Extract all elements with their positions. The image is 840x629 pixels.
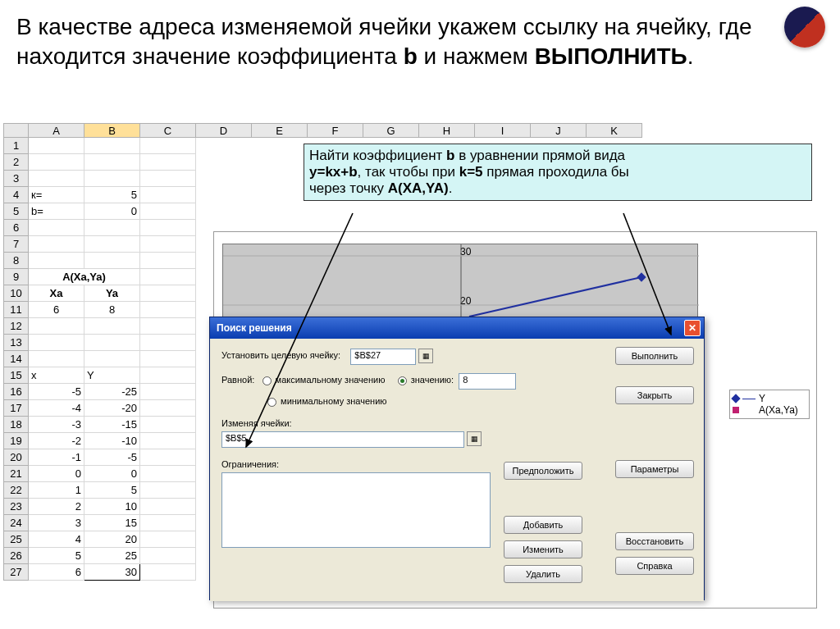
row-header[interactable]: 27 bbox=[4, 564, 29, 581]
help-button[interactable]: Справка bbox=[615, 557, 694, 575]
cell-A17[interactable]: -4 bbox=[29, 400, 84, 417]
row-header[interactable]: 7 bbox=[4, 236, 29, 253]
cell-B4[interactable]: 5 bbox=[84, 187, 140, 203]
cell-B27[interactable]: 30 bbox=[84, 564, 140, 581]
row-header[interactable]: 8 bbox=[4, 253, 29, 269]
col-header-A[interactable]: A bbox=[29, 124, 84, 138]
ref-picker-icon[interactable]: ▦ bbox=[467, 431, 482, 446]
opt-max-label[interactable]: максимальному значению bbox=[276, 375, 386, 385]
row-header[interactable]: 16 bbox=[4, 384, 29, 400]
row-header[interactable]: 3 bbox=[4, 171, 29, 187]
col-header-G[interactable]: G bbox=[363, 124, 419, 138]
value-input[interactable]: 8 bbox=[459, 373, 516, 390]
select-all-cell[interactable] bbox=[4, 124, 29, 138]
row-header[interactable]: 26 bbox=[4, 548, 29, 564]
row-header[interactable]: 20 bbox=[4, 449, 29, 466]
cell-A16[interactable]: -5 bbox=[29, 384, 84, 400]
cell-A24[interactable]: 3 bbox=[29, 515, 84, 531]
cell-A19[interactable]: -2 bbox=[29, 433, 84, 449]
row-header[interactable]: 25 bbox=[4, 531, 29, 548]
row-header[interactable]: 10 bbox=[4, 285, 29, 302]
radio-value[interactable] bbox=[398, 376, 407, 385]
cell-B16[interactable]: -25 bbox=[84, 384, 140, 400]
col-header-F[interactable]: F bbox=[308, 124, 363, 138]
opt-val-label[interactable]: значению: bbox=[411, 375, 454, 385]
cell-B11[interactable]: 8 bbox=[84, 302, 140, 318]
cell-B20[interactable]: -5 bbox=[84, 449, 140, 466]
cell-B22[interactable]: 5 bbox=[84, 482, 140, 499]
cell-B18[interactable]: -15 bbox=[84, 417, 140, 433]
row-header[interactable]: 9 bbox=[4, 269, 29, 285]
dialog-titlebar[interactable]: Поиск решения ✕ bbox=[210, 317, 704, 339]
label-target-cell: Установить целевую ячейку: bbox=[221, 350, 340, 360]
parameters-button[interactable]: Параметры bbox=[615, 460, 694, 478]
cell[interactable] bbox=[84, 138, 140, 154]
cell-B24[interactable]: 15 bbox=[84, 515, 140, 531]
cell-A21[interactable]: 0 bbox=[29, 466, 84, 482]
cell-B26[interactable]: 25 bbox=[84, 548, 140, 564]
row-header[interactable]: 1 bbox=[4, 138, 29, 154]
close-button[interactable]: ✕ bbox=[684, 320, 701, 336]
cell-A4[interactable]: к= bbox=[29, 187, 84, 203]
col-header-J[interactable]: J bbox=[531, 124, 587, 138]
cell-B15[interactable]: Y bbox=[84, 367, 140, 384]
row-header[interactable]: 21 bbox=[4, 466, 29, 482]
col-header-H[interactable]: H bbox=[419, 124, 475, 138]
col-header-B[interactable]: B bbox=[84, 124, 140, 138]
cell-B21[interactable]: 0 bbox=[84, 466, 140, 482]
cell[interactable] bbox=[29, 138, 84, 154]
restore-button[interactable]: Восстановить bbox=[615, 532, 694, 550]
cell-B17[interactable]: -20 bbox=[84, 400, 140, 417]
row-header[interactable]: 18 bbox=[4, 417, 29, 433]
col-header-D[interactable]: D bbox=[196, 124, 252, 138]
cell-A25[interactable]: 4 bbox=[29, 531, 84, 548]
opt-min-label[interactable]: минимальному значению bbox=[281, 396, 387, 406]
row-header[interactable]: 23 bbox=[4, 499, 29, 515]
cell-A5[interactable]: b= bbox=[29, 203, 84, 220]
cell-B19[interactable]: -10 bbox=[84, 433, 140, 449]
close-dialog-button[interactable]: Закрыть bbox=[615, 386, 694, 404]
row-header[interactable]: 11 bbox=[4, 302, 29, 318]
target-cell-input[interactable]: $B$27 bbox=[350, 349, 416, 365]
cell-A15[interactable]: x bbox=[29, 367, 84, 384]
radio-min[interactable] bbox=[267, 398, 276, 407]
row-header[interactable]: 17 bbox=[4, 400, 29, 417]
edit-constraint-button[interactable]: Изменить bbox=[504, 540, 582, 558]
cell-B10[interactable]: Ya bbox=[84, 285, 140, 302]
row-header[interactable]: 6 bbox=[4, 220, 29, 236]
cell-A27[interactable]: 6 bbox=[29, 564, 84, 581]
execute-button[interactable]: Выполнить bbox=[615, 347, 694, 365]
cell-B23[interactable]: 10 bbox=[84, 499, 140, 515]
cell-A22[interactable]: 1 bbox=[29, 482, 84, 499]
row-header[interactable]: 12 bbox=[4, 318, 29, 335]
col-header-E[interactable]: E bbox=[252, 124, 308, 138]
assume-button[interactable]: Предположить bbox=[504, 462, 582, 480]
row-header[interactable]: 24 bbox=[4, 515, 29, 531]
cell-A11[interactable]: 6 bbox=[29, 302, 84, 318]
cell-A9[interactable]: A(Xa,Ya) bbox=[29, 269, 140, 285]
row-header[interactable]: 19 bbox=[4, 433, 29, 449]
row-header[interactable]: 2 bbox=[4, 154, 29, 171]
col-header-I[interactable]: I bbox=[475, 124, 531, 138]
row-header[interactable]: 5 bbox=[4, 203, 29, 220]
row-header[interactable]: 4 bbox=[4, 187, 29, 203]
add-constraint-button[interactable]: Добавить bbox=[504, 516, 582, 534]
cell-A23[interactable]: 2 bbox=[29, 499, 84, 515]
cell-A18[interactable]: -3 bbox=[29, 417, 84, 433]
col-header-C[interactable]: C bbox=[140, 124, 196, 138]
constraints-listbox[interactable] bbox=[221, 472, 491, 548]
row-header[interactable]: 14 bbox=[4, 351, 29, 367]
row-header[interactable]: 22 bbox=[4, 482, 29, 499]
col-header-K[interactable]: K bbox=[587, 124, 642, 138]
cell-B5[interactable]: 0 bbox=[84, 203, 140, 220]
cell-A20[interactable]: -1 bbox=[29, 449, 84, 466]
changing-cells-input[interactable]: $B$5 bbox=[221, 431, 464, 448]
row-header[interactable]: 15 bbox=[4, 367, 29, 384]
cell-A26[interactable]: 5 bbox=[29, 548, 84, 564]
delete-constraint-button[interactable]: Удалить bbox=[504, 565, 582, 583]
radio-max[interactable] bbox=[262, 376, 272, 385]
ref-picker-icon[interactable]: ▦ bbox=[418, 349, 433, 363]
cell-A10[interactable]: Xa bbox=[29, 285, 84, 302]
row-header[interactable]: 13 bbox=[4, 335, 29, 351]
cell-B25[interactable]: 20 bbox=[84, 531, 140, 548]
